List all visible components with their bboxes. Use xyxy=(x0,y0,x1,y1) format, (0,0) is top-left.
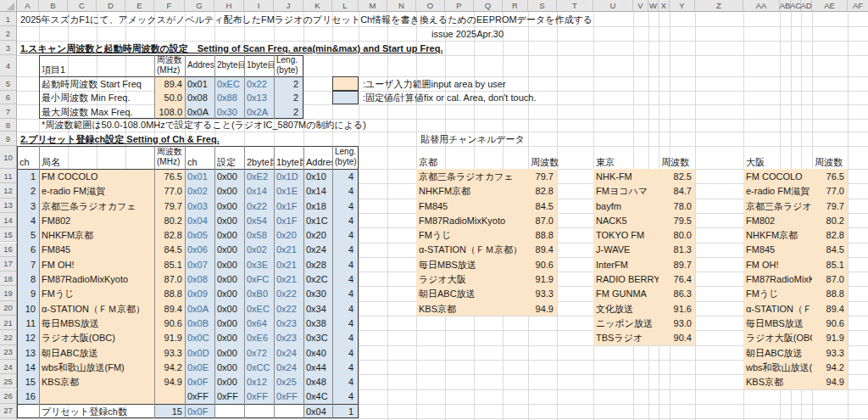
t2-station[interactable]: 京都三条ラジオカフェ xyxy=(39,199,154,213)
t2-byte2[interactable]: 0x12 xyxy=(244,374,274,389)
t2-header-ch[interactable]: ch xyxy=(17,146,39,169)
tokyo-station[interactable]: J-WAVE xyxy=(593,243,659,257)
t2-freq[interactable]: 89.4 xyxy=(154,301,185,316)
row-header-27[interactable]: 27 xyxy=(0,404,17,418)
t2-setting[interactable]: 0x00 xyxy=(214,199,244,213)
tokyo-station[interactable]: TOKYO FM xyxy=(593,227,659,242)
t2-addr[interactable]: 0x1C xyxy=(303,213,332,227)
column-header-T[interactable]: T xyxy=(557,0,593,12)
t2-ch-hex[interactable]: 0x0D xyxy=(185,345,214,360)
column-header-N[interactable]: N xyxy=(387,0,416,12)
osaka-station[interactable]: ラジオ大阪(OBC) xyxy=(743,330,812,344)
t2-len[interactable]: 4 xyxy=(332,316,359,330)
row-header-12[interactable]: 12 xyxy=(0,183,17,198)
t2-header-setting[interactable]: 設定 xyxy=(214,146,244,169)
t2-len[interactable]: 4 xyxy=(332,345,359,360)
t1-byte1[interactable]: 0x13 xyxy=(244,91,274,104)
t2-freq[interactable]: 85.1 xyxy=(154,257,185,272)
column-header-B[interactable]: B xyxy=(39,0,68,12)
tokyo-station-freq[interactable]: 78.0 xyxy=(659,199,695,213)
t2-setting[interactable]: 0x00 xyxy=(214,272,244,286)
t2-setting[interactable]: 0x00 xyxy=(214,227,244,242)
column-header-AC[interactable]: AC xyxy=(791,0,801,12)
t1-item[interactable]: 最小周波数 Min Freq. xyxy=(39,91,154,104)
osaka-station-freq[interactable]: 90.6 xyxy=(812,316,848,330)
t1-byte2[interactable]: 0x30 xyxy=(214,104,244,119)
t2-len[interactable]: 4 xyxy=(332,243,359,257)
t1-addr[interactable]: 0x08 xyxy=(185,91,214,104)
t2-byte1[interactable]: 0x21 xyxy=(274,243,303,257)
t2-len[interactable]: 4 xyxy=(332,330,359,344)
row-header-5[interactable]: 5 xyxy=(0,76,17,91)
t2-setting[interactable]: 0x00 xyxy=(214,169,244,183)
t2-byte2[interactable]: 0xEC xyxy=(244,301,274,316)
kyoto-station-freq[interactable]: 84.5 xyxy=(528,199,557,213)
t2-addr[interactable]: 0x2C xyxy=(303,272,332,286)
t2-station[interactable]: 毎日MBS放送 xyxy=(39,316,154,330)
tokyo-station-freq[interactable]: 89.7 xyxy=(659,257,695,272)
t1-len[interactable]: 2 xyxy=(274,91,303,104)
t2-byte1[interactable]: 0x23 xyxy=(274,330,303,344)
t2-addr[interactable]: 0x3C xyxy=(303,330,332,344)
row-header-25[interactable]: 25 xyxy=(0,374,17,389)
osaka-station[interactable]: FMうじ xyxy=(743,286,812,300)
t2-ch-hex[interactable]: 0x09 xyxy=(185,286,214,300)
t2-ch-no[interactable]: 13 xyxy=(17,345,39,360)
t2-ch-hex[interactable]: 0x06 xyxy=(185,243,214,257)
t2-addr[interactable]: 0x40 xyxy=(303,345,332,360)
t1-byte2[interactable]: 0xEC xyxy=(214,76,244,91)
t2-len[interactable]: 4 xyxy=(332,389,359,404)
kyoto-station[interactable]: FM87RadioMixKyoto xyxy=(416,213,528,227)
t2-setting[interactable]: 0x00 xyxy=(214,374,244,389)
t2-addr[interactable]: 0x20 xyxy=(303,227,332,242)
tokyo-station-freq[interactable]: 79.5 xyxy=(659,213,695,227)
t2-len[interactable]: 4 xyxy=(332,227,359,242)
osaka-station[interactable]: FM87RadioMixKyoto xyxy=(743,272,812,286)
kyoto-header[interactable]: 京都 xyxy=(416,146,528,169)
osaka-header[interactable]: 大阪 xyxy=(743,146,812,169)
t2-freq[interactable]: 77.0 xyxy=(154,183,185,198)
osaka-station[interactable]: 朝日ABC放送 xyxy=(743,345,812,360)
osaka-station-freq[interactable]: 91.9 xyxy=(812,330,848,344)
row-header-4[interactable]: 4 xyxy=(0,55,17,76)
osaka-station[interactable]: FM COCOLO xyxy=(743,169,812,183)
t2-freq[interactable]: 87.0 xyxy=(154,272,185,286)
t2-ch-hex[interactable]: 0x0C xyxy=(185,330,214,344)
t2-header-ch-hex[interactable]: ch xyxy=(185,146,214,169)
t2-byte1[interactable]: 0xFF xyxy=(274,389,303,404)
kyoto-station-freq[interactable]: 94.9 xyxy=(528,301,557,316)
column-header-O[interactable]: O xyxy=(416,0,445,12)
t2-ch-hex[interactable]: 0x05 xyxy=(185,227,214,242)
t2-station[interactable]: wbs和歌山放送(FM) xyxy=(39,360,154,374)
kyoto-station-freq[interactable]: 88.8 xyxy=(528,227,557,242)
osaka-station-freq[interactable]: 76.5 xyxy=(812,169,848,183)
tokyo-station-freq[interactable]: 86.3 xyxy=(659,286,695,300)
t2-setting[interactable]: 0xFF xyxy=(214,389,244,404)
t2-addr[interactable]: 0x10 xyxy=(303,169,332,183)
tokyo-station-freq[interactable]: 81.3 xyxy=(659,243,695,257)
tokyo-station-freq[interactable]: 84.7 xyxy=(659,183,695,198)
kyoto-station-freq[interactable]: 90.6 xyxy=(528,257,557,272)
column-header-U[interactable]: U xyxy=(593,0,633,12)
osaka-station-freq[interactable]: 79.7 xyxy=(812,199,848,213)
row-header-8[interactable]: 8 xyxy=(0,119,17,132)
column-header-G[interactable]: G xyxy=(185,0,214,12)
row-header-3[interactable]: 3 xyxy=(0,41,17,55)
column-header-K[interactable]: K xyxy=(303,0,332,12)
column-header-V[interactable]: V xyxy=(633,0,648,12)
kyoto-station[interactable]: 毎日MBS放送 xyxy=(416,257,528,272)
t2-setting[interactable]: 0x00 xyxy=(214,360,244,374)
t2-ch-no[interactable]: 12 xyxy=(17,330,39,344)
t1-item[interactable]: 起動時周波数 Start Freq xyxy=(39,76,154,91)
t2-ch-no[interactable]: 9 xyxy=(17,286,39,300)
column-header-R[interactable]: R xyxy=(503,0,528,12)
t2-len[interactable]: 4 xyxy=(332,257,359,272)
t2-station[interactable]: FM OH! xyxy=(39,257,154,272)
row-header-14[interactable]: 14 xyxy=(0,213,17,227)
t2-addr[interactable]: 0x4C xyxy=(303,389,332,404)
t2-station[interactable]: α-STATION（ＦＭ京都） xyxy=(39,301,154,316)
t2-station[interactable]: FMうじ xyxy=(39,286,154,300)
column-header-A[interactable]: A xyxy=(17,0,39,12)
osaka-station-freq[interactable]: 87.0 xyxy=(812,272,848,286)
t1-header-freq[interactable]: 周波数 (MHz) xyxy=(154,55,185,76)
